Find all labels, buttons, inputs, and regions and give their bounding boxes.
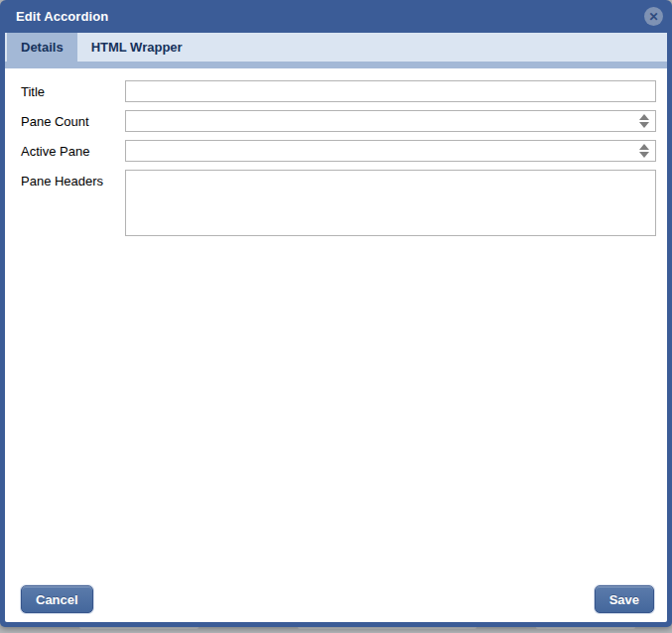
save-button[interactable]: Save <box>595 585 654 613</box>
pane-count-label: Pane Count <box>21 110 125 129</box>
pane-count-stepper[interactable] <box>639 114 649 128</box>
close-icon: ✕ <box>648 10 658 22</box>
stepper-up-icon[interactable] <box>639 114 649 120</box>
tab-details[interactable]: Details <box>7 33 77 62</box>
close-button[interactable]: ✕ <box>644 7 663 26</box>
dialog-body: Details HTML Wrapper Title Pane Count <box>5 33 667 622</box>
form-row-active-pane: Active Pane <box>21 140 656 162</box>
title-label: Title <box>21 80 125 99</box>
pane-headers-label: Pane Headers <box>21 170 125 189</box>
cancel-button[interactable]: Cancel <box>21 585 93 613</box>
active-pane-stepper[interactable] <box>639 144 649 158</box>
edit-accordion-dialog: Edit Accordion ✕ Details HTML Wrapper Ti… <box>0 0 672 627</box>
pane-headers-textarea[interactable] <box>125 170 656 236</box>
stepper-down-icon[interactable] <box>639 122 649 128</box>
form-row-pane-count: Pane Count <box>21 110 656 132</box>
form-row-title: Title <box>21 80 656 102</box>
pane-count-input[interactable] <box>125 110 656 132</box>
title-input[interactable] <box>125 80 656 102</box>
form-row-pane-headers: Pane Headers <box>21 170 656 240</box>
active-pane-input[interactable] <box>125 140 656 162</box>
dialog-title: Edit Accordion <box>16 9 108 24</box>
stepper-down-icon[interactable] <box>639 152 649 158</box>
active-pane-label: Active Pane <box>21 140 125 159</box>
dialog-titlebar: Edit Accordion ✕ <box>5 0 667 33</box>
tab-bar: Details HTML Wrapper <box>5 33 667 62</box>
active-tab-strip <box>5 62 667 68</box>
details-panel: Title Pane Count Active Pane <box>5 68 667 622</box>
tab-html-wrapper[interactable]: HTML Wrapper <box>77 33 197 62</box>
stepper-up-icon[interactable] <box>639 144 649 150</box>
